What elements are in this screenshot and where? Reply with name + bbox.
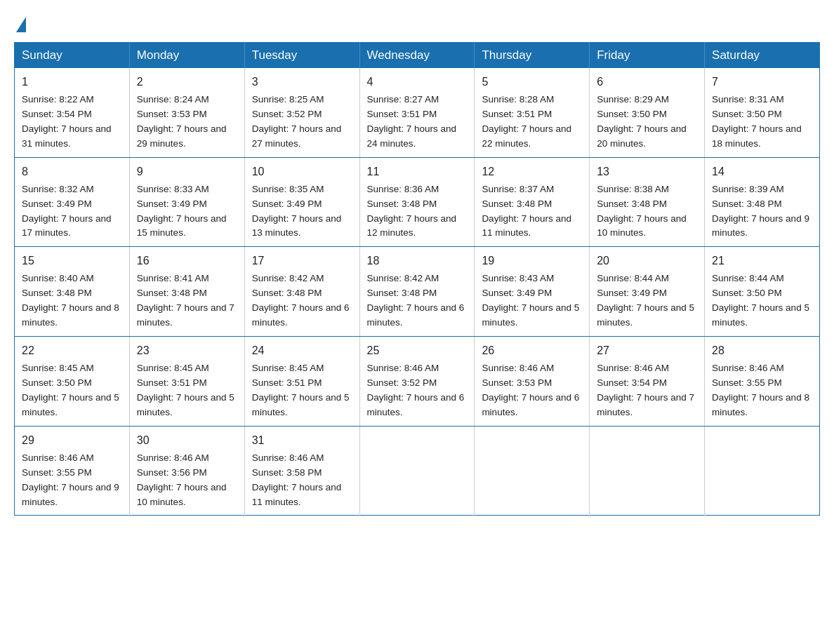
calendar-cell: 25Sunrise: 8:46 AMSunset: 3:52 PMDayligh… xyxy=(359,337,475,427)
calendar-cell: 18Sunrise: 8:42 AMSunset: 3:48 PMDayligh… xyxy=(359,247,475,337)
day-info: Sunrise: 8:22 AMSunset: 3:54 PMDaylight:… xyxy=(22,94,112,149)
calendar-cell xyxy=(590,426,705,516)
day-info: Sunrise: 8:28 AMSunset: 3:51 PMDaylight:… xyxy=(482,94,571,149)
day-info: Sunrise: 8:24 AMSunset: 3:53 PMDaylight:… xyxy=(137,94,227,149)
day-info: Sunrise: 8:29 AMSunset: 3:50 PMDaylight:… xyxy=(597,94,687,149)
day-number: 21 xyxy=(712,253,812,269)
day-number: 8 xyxy=(22,163,122,180)
calendar-cell: 17Sunrise: 8:42 AMSunset: 3:48 PMDayligh… xyxy=(244,247,359,337)
day-info: Sunrise: 8:46 AMSunset: 3:58 PMDaylight:… xyxy=(252,452,342,507)
day-number: 12 xyxy=(482,163,582,180)
day-info: Sunrise: 8:46 AMSunset: 3:56 PMDaylight:… xyxy=(137,452,227,507)
logo xyxy=(14,14,26,29)
day-info: Sunrise: 8:42 AMSunset: 3:48 PMDaylight:… xyxy=(252,273,350,328)
calendar-cell: 16Sunrise: 8:41 AMSunset: 3:48 PMDayligh… xyxy=(129,247,244,337)
calendar-cell xyxy=(475,426,590,516)
day-info: Sunrise: 8:33 AMSunset: 3:49 PMDaylight:… xyxy=(137,184,227,239)
calendar-cell: 8Sunrise: 8:32 AMSunset: 3:49 PMDaylight… xyxy=(15,157,130,247)
calendar-cell: 26Sunrise: 8:46 AMSunset: 3:53 PMDayligh… xyxy=(475,337,590,427)
day-number: 27 xyxy=(597,342,697,359)
calendar-header-row: SundayMondayTuesdayWednesdayThursdayFrid… xyxy=(15,43,820,69)
calendar-cell: 22Sunrise: 8:45 AMSunset: 3:50 PMDayligh… xyxy=(15,337,130,427)
day-number: 1 xyxy=(22,74,122,90)
day-number: 13 xyxy=(597,163,697,180)
day-info: Sunrise: 8:42 AMSunset: 3:48 PMDaylight:… xyxy=(367,273,465,328)
day-number: 3 xyxy=(252,74,352,90)
calendar-cell: 24Sunrise: 8:45 AMSunset: 3:51 PMDayligh… xyxy=(244,337,359,427)
calendar-week-row: 1Sunrise: 8:22 AMSunset: 3:54 PMDaylight… xyxy=(15,68,820,157)
day-number: 26 xyxy=(482,342,582,359)
calendar-cell: 13Sunrise: 8:38 AMSunset: 3:48 PMDayligh… xyxy=(590,157,705,247)
day-number: 18 xyxy=(367,253,468,269)
day-info: Sunrise: 8:27 AMSunset: 3:51 PMDaylight:… xyxy=(367,94,457,149)
day-info: Sunrise: 8:46 AMSunset: 3:54 PMDaylight:… xyxy=(597,363,694,417)
day-number: 11 xyxy=(367,163,468,180)
day-info: Sunrise: 8:25 AMSunset: 3:52 PMDaylight:… xyxy=(252,94,342,149)
day-info: Sunrise: 8:45 AMSunset: 3:51 PMDaylight:… xyxy=(252,363,350,417)
day-number: 7 xyxy=(712,74,812,90)
calendar-cell: 11Sunrise: 8:36 AMSunset: 3:48 PMDayligh… xyxy=(359,157,475,247)
day-info: Sunrise: 8:40 AMSunset: 3:48 PMDaylight:… xyxy=(22,273,119,328)
day-info: Sunrise: 8:44 AMSunset: 3:50 PMDaylight:… xyxy=(712,273,809,328)
logo-triangle-icon xyxy=(16,17,26,32)
calendar-cell: 27Sunrise: 8:46 AMSunset: 3:54 PMDayligh… xyxy=(590,337,705,427)
day-number: 22 xyxy=(22,342,122,359)
calendar-week-row: 22Sunrise: 8:45 AMSunset: 3:50 PMDayligh… xyxy=(15,337,820,427)
day-number: 10 xyxy=(252,163,352,180)
calendar-cell: 4Sunrise: 8:27 AMSunset: 3:51 PMDaylight… xyxy=(359,68,475,157)
day-info: Sunrise: 8:46 AMSunset: 3:53 PMDaylight:… xyxy=(482,363,579,417)
day-info: Sunrise: 8:38 AMSunset: 3:48 PMDaylight:… xyxy=(597,184,687,239)
day-info: Sunrise: 8:36 AMSunset: 3:48 PMDaylight:… xyxy=(367,184,457,239)
day-number: 28 xyxy=(712,342,812,359)
calendar-cell: 1Sunrise: 8:22 AMSunset: 3:54 PMDaylight… xyxy=(15,68,130,157)
calendar-cell: 29Sunrise: 8:46 AMSunset: 3:55 PMDayligh… xyxy=(15,426,130,516)
day-number: 17 xyxy=(252,253,352,269)
weekday-header-tuesday: Tuesday xyxy=(244,43,359,69)
day-info: Sunrise: 8:43 AMSunset: 3:49 PMDaylight:… xyxy=(482,273,579,328)
day-number: 2 xyxy=(137,74,237,90)
day-number: 5 xyxy=(482,74,582,90)
calendar-cell: 6Sunrise: 8:29 AMSunset: 3:50 PMDaylight… xyxy=(590,68,705,157)
day-info: Sunrise: 8:45 AMSunset: 3:50 PMDaylight:… xyxy=(22,363,119,417)
calendar-cell: 14Sunrise: 8:39 AMSunset: 3:48 PMDayligh… xyxy=(705,157,820,247)
calendar-cell: 30Sunrise: 8:46 AMSunset: 3:56 PMDayligh… xyxy=(129,426,244,516)
weekday-header-saturday: Saturday xyxy=(705,43,820,69)
day-number: 24 xyxy=(252,342,352,359)
day-info: Sunrise: 8:39 AMSunset: 3:48 PMDaylight:… xyxy=(712,184,809,239)
day-info: Sunrise: 8:32 AMSunset: 3:49 PMDaylight:… xyxy=(22,184,112,239)
weekday-header-wednesday: Wednesday xyxy=(359,43,475,69)
calendar-cell xyxy=(359,426,475,516)
day-number: 16 xyxy=(137,253,237,269)
day-number: 30 xyxy=(137,432,237,449)
day-number: 20 xyxy=(597,253,697,269)
calendar-cell: 9Sunrise: 8:33 AMSunset: 3:49 PMDaylight… xyxy=(129,157,244,247)
calendar-week-row: 15Sunrise: 8:40 AMSunset: 3:48 PMDayligh… xyxy=(15,247,820,337)
day-number: 25 xyxy=(367,342,468,359)
day-info: Sunrise: 8:31 AMSunset: 3:50 PMDaylight:… xyxy=(712,94,802,149)
day-number: 31 xyxy=(252,432,352,449)
day-info: Sunrise: 8:41 AMSunset: 3:48 PMDaylight:… xyxy=(137,273,234,328)
calendar-week-row: 8Sunrise: 8:32 AMSunset: 3:49 PMDaylight… xyxy=(15,157,820,247)
calendar-week-row: 29Sunrise: 8:46 AMSunset: 3:55 PMDayligh… xyxy=(15,426,820,516)
day-number: 14 xyxy=(712,163,812,180)
calendar-cell: 7Sunrise: 8:31 AMSunset: 3:50 PMDaylight… xyxy=(705,68,820,157)
day-info: Sunrise: 8:46 AMSunset: 3:52 PMDaylight:… xyxy=(367,363,465,417)
calendar-cell: 23Sunrise: 8:45 AMSunset: 3:51 PMDayligh… xyxy=(129,337,244,427)
calendar-cell: 21Sunrise: 8:44 AMSunset: 3:50 PMDayligh… xyxy=(705,247,820,337)
calendar-cell: 2Sunrise: 8:24 AMSunset: 3:53 PMDaylight… xyxy=(129,68,244,157)
calendar-cell: 3Sunrise: 8:25 AMSunset: 3:52 PMDaylight… xyxy=(244,68,359,157)
day-number: 23 xyxy=(137,342,237,359)
day-number: 6 xyxy=(597,74,697,90)
weekday-header-monday: Monday xyxy=(129,43,244,69)
weekday-header-sunday: Sunday xyxy=(15,43,130,69)
weekday-header-thursday: Thursday xyxy=(475,43,590,69)
day-number: 19 xyxy=(482,253,582,269)
calendar-cell: 20Sunrise: 8:44 AMSunset: 3:49 PMDayligh… xyxy=(590,247,705,337)
day-number: 29 xyxy=(22,432,122,449)
calendar-cell xyxy=(705,426,820,516)
calendar-cell: 15Sunrise: 8:40 AMSunset: 3:48 PMDayligh… xyxy=(15,247,130,337)
calendar-cell: 28Sunrise: 8:46 AMSunset: 3:55 PMDayligh… xyxy=(705,337,820,427)
calendar-cell: 5Sunrise: 8:28 AMSunset: 3:51 PMDaylight… xyxy=(475,68,590,157)
day-number: 4 xyxy=(367,74,468,90)
weekday-header-friday: Friday xyxy=(590,43,705,69)
